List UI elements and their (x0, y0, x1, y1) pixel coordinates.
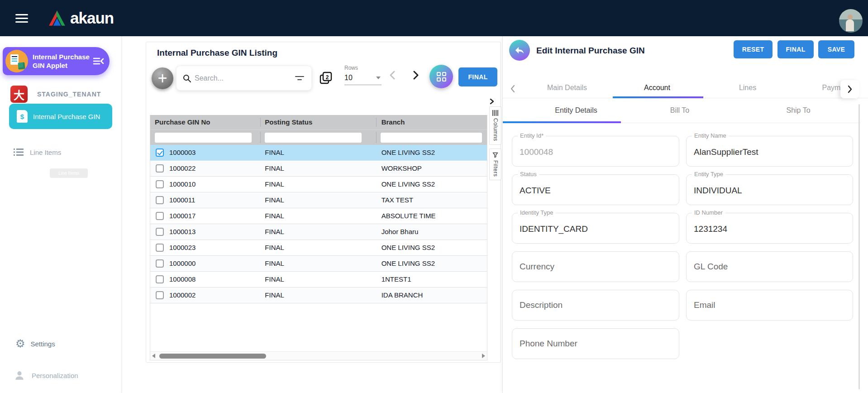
final-button-listing[interactable]: FINAL (458, 67, 497, 86)
form-field-phone-number[interactable]: Phone Number (512, 328, 679, 359)
table-row[interactable]: 1000022 FINAL WORKSHOP (150, 161, 487, 177)
cell-posting-status: FINAL (260, 192, 376, 208)
brand-name: akaun (70, 10, 114, 26)
tab-account[interactable]: Account (644, 84, 670, 92)
tab-payment[interactable]: Paym (822, 84, 841, 92)
cell-purchase-gin-no: 1000023 (169, 240, 196, 255)
table-row[interactable]: 1000003 FINAL ONE LIVING SS2 (150, 145, 487, 161)
table-row[interactable]: 1000008 FINAL 1NTEST1 (150, 272, 487, 288)
form-field-entity-name[interactable]: Entity Name AlanSupplierTest (686, 136, 853, 167)
save-button[interactable]: SAVE (818, 40, 854, 58)
filter-input-branch[interactable] (381, 133, 482, 143)
sidebar-item-label: Internal Purchase GIN (33, 112, 101, 121)
reset-button[interactable]: RESET (734, 40, 773, 58)
field-value: ACTIVE (512, 184, 551, 196)
rows-per-page-select[interactable]: Rows 10 (344, 65, 382, 85)
tabs-scroll-right-button[interactable] (840, 80, 859, 98)
grid-view-button[interactable] (429, 65, 453, 88)
table-row[interactable]: 1000000 FINAL ONE LIVING SS2 (150, 256, 487, 272)
scroll-right-arrow-icon[interactable] (482, 354, 485, 358)
form-field-entity-type[interactable]: Entity Type INDIVIDUAL (686, 174, 853, 205)
form-field-gl-code[interactable]: GL Code (686, 251, 853, 282)
sidebar-item-line-items[interactable]: Line Items (0, 144, 122, 160)
field-label: Entity Name (692, 132, 729, 139)
editor-tabs: Main Details Account Lines Paym (503, 80, 868, 98)
cell-branch: ONE LIVING SS2 (376, 145, 487, 160)
form-field-email[interactable]: Email (686, 290, 853, 321)
search-box[interactable] (176, 66, 312, 91)
filter-list-icon[interactable] (295, 75, 304, 81)
table-row[interactable]: 1000010 FINAL ONE LIVING SS2 (150, 177, 487, 192)
sidebar-item-settings[interactable]: ⚙ Settings (0, 335, 122, 353)
cell-posting-status: FINAL (260, 224, 376, 240)
strip-chevron-icon[interactable] (489, 98, 501, 105)
row-checkbox[interactable] (156, 164, 164, 173)
field-value: Phone Number (512, 339, 577, 349)
subtab-bill-to[interactable]: Bill To (670, 106, 689, 115)
form-field-description[interactable]: Description (512, 290, 679, 321)
table-row[interactable]: 1000013 FINAL Johor Bharu (150, 224, 487, 240)
row-checkbox[interactable] (156, 149, 164, 157)
form-field-identity-type[interactable]: Identity Type IDENTITY_CARD (512, 213, 679, 244)
column-header-posting-status[interactable]: Posting Status (260, 115, 376, 129)
search-input[interactable] (195, 74, 281, 82)
table-row[interactable]: 1000017 FINAL ABSOLUTE TIME (150, 208, 487, 224)
tabs-scroll-left-icon[interactable] (510, 85, 516, 93)
rows-per-page-value[interactable]: 10 (344, 74, 382, 85)
tab-lines[interactable]: Lines (739, 84, 756, 92)
applet-header[interactable]: Internal Purchase GIN Applet (3, 47, 110, 75)
scroll-left-arrow-icon[interactable] (152, 354, 155, 358)
subtab-entity-details[interactable]: Entity Details (555, 106, 597, 115)
field-value: GL Code (687, 262, 728, 272)
form-field-id-number[interactable]: ID Number 1231234 (686, 213, 853, 244)
row-checkbox[interactable] (156, 244, 164, 252)
table-row[interactable]: 1000002 FINAL IDA BRANCH (150, 288, 487, 303)
sidebar-item-tenant[interactable]: 大 STAGING_TENANT (0, 84, 122, 104)
row-checkbox[interactable] (156, 259, 164, 268)
form-field-currency[interactable]: Currency (512, 251, 679, 282)
add-record-button[interactable]: + (152, 67, 173, 89)
brand-logo[interactable]: akaun (48, 10, 114, 26)
cell-branch: Johor Bharu (376, 224, 487, 240)
top-navbar: akaun (0, 0, 868, 36)
horizontal-scrollbar[interactable] (150, 351, 487, 360)
final-button[interactable]: FINAL (777, 40, 814, 58)
field-value: Currency (512, 262, 554, 272)
cell-posting-status: FINAL (260, 208, 376, 224)
sidebar-item-personalization[interactable]: Personalization (0, 366, 122, 384)
row-checkbox[interactable] (156, 228, 164, 236)
duplicate-pages-icon[interactable]: 2 (319, 71, 333, 86)
subtab-ship-to[interactable]: Ship To (786, 106, 810, 115)
row-checkbox[interactable] (156, 275, 164, 283)
editor-subtabs: Entity Details Bill To Ship To (503, 101, 860, 123)
tab-main-details[interactable]: Main Details (547, 84, 587, 92)
hamburger-menu-icon[interactable] (15, 14, 28, 23)
listing-table: Purchase GIN No Posting Status Branch 10… (150, 115, 487, 360)
back-button[interactable] (509, 40, 530, 61)
form-field-status[interactable]: Status ACTIVE (512, 174, 679, 205)
collapse-sidebar-icon[interactable] (92, 56, 104, 66)
row-checkbox[interactable] (156, 180, 164, 188)
form-field-entity-id[interactable]: Entity Id* 1000048 (512, 136, 679, 167)
panel-scrollbar[interactable] (858, 104, 860, 389)
column-header-purchase-gin-no[interactable]: Purchase GIN No (150, 115, 260, 129)
filter-input-posting-status[interactable] (265, 133, 362, 143)
column-header-branch[interactable]: Branch (376, 115, 487, 129)
cell-purchase-gin-no: 1000002 (169, 288, 196, 303)
filter-input-purchase-gin-no[interactable] (155, 133, 252, 143)
scrollbar-thumb[interactable] (159, 354, 266, 359)
pagination-next-icon[interactable] (410, 70, 420, 80)
user-avatar[interactable] (839, 9, 863, 33)
columns-tool-button[interactable]: Columns (489, 106, 501, 145)
pagination-prev-icon[interactable] (388, 70, 398, 80)
row-checkbox[interactable] (156, 196, 164, 204)
sidebar-item-internal-purchase-gin[interactable]: $ Internal Purchase GIN (9, 104, 112, 129)
row-checkbox[interactable] (156, 291, 164, 299)
table-row[interactable]: 1000023 FINAL ONE LIVING SS2 (150, 240, 487, 256)
filters-tool-button[interactable]: Filters (489, 149, 501, 180)
field-label: Entity Id* (518, 132, 546, 139)
field-value: IDENTITY_CARD (512, 222, 588, 234)
akaun-triangle-icon (48, 10, 67, 26)
row-checkbox[interactable] (156, 212, 164, 220)
table-row[interactable]: 1000011 FINAL TAX TEST (150, 192, 487, 208)
